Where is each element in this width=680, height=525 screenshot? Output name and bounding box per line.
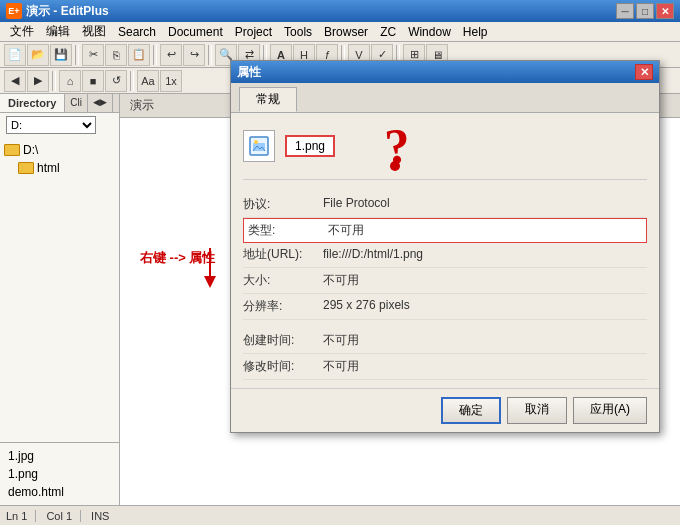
prop-size: 大小: 不可用 xyxy=(243,268,647,294)
prop-created-label: 创建时间: xyxy=(243,332,323,349)
image-file-icon xyxy=(248,135,270,157)
file-header: 1.png ? xyxy=(243,121,647,180)
prop-created-value: 不可用 xyxy=(323,332,359,349)
filename-text: 1.png xyxy=(295,139,325,153)
prop-modified: 修改时间: 不可用 xyxy=(243,354,647,380)
prop-created: 创建时间: 不可用 xyxy=(243,328,647,354)
prop-modified-label: 修改时间: xyxy=(243,358,323,375)
prop-url: 地址(URL): file:///D:/html/1.png xyxy=(243,243,647,268)
prop-size-label: 大小: xyxy=(243,272,323,289)
prop-protocol: 协议: File Protocol xyxy=(243,192,647,218)
dialog-close-button[interactable]: ✕ xyxy=(635,64,653,80)
dialog-title: 属性 xyxy=(237,64,261,81)
prop-url-label: 地址(URL): xyxy=(243,247,323,263)
svg-point-4 xyxy=(254,140,258,144)
question-mark: ? xyxy=(383,120,412,172)
prop-resolution: 分辨率: 295 x 276 pixels xyxy=(243,294,647,320)
apply-button[interactable]: 应用(A) xyxy=(573,397,647,424)
prop-type: 类型: 不可用 xyxy=(243,218,647,243)
properties-dialog: 属性 ✕ 常规 1.png xyxy=(230,60,660,433)
spacer xyxy=(243,320,647,328)
prop-type-label: 类型: xyxy=(248,222,328,239)
prop-modified-value: 不可用 xyxy=(323,358,359,375)
dialog-overlay: 属性 ✕ 常规 1.png xyxy=(0,0,680,525)
prop-resolution-value: 295 x 276 pixels xyxy=(323,298,410,312)
dialog-footer: 确定 取消 应用(A) xyxy=(231,388,659,432)
cancel-button[interactable]: 取消 xyxy=(507,397,567,424)
properties-list: 协议: File Protocol 类型: 不可用 地址(URL): file:… xyxy=(243,192,647,380)
prop-protocol-value: File Protocol xyxy=(323,196,390,210)
filename-box: 1.png xyxy=(285,135,335,157)
dialog-controls: ✕ xyxy=(635,64,653,80)
svg-rect-3 xyxy=(253,143,265,151)
file-type-icon xyxy=(243,130,275,162)
ok-button[interactable]: 确定 xyxy=(441,397,501,424)
prop-type-value: 不可用 xyxy=(328,222,364,239)
dialog-body: 1.png ? 协议: File Protocol 类型: 不可用 xyxy=(231,113,659,388)
prop-resolution-label: 分辨率: xyxy=(243,298,323,315)
dialog-tab-general[interactable]: 常规 xyxy=(239,87,297,112)
prop-size-value: 不可用 xyxy=(323,272,359,289)
dialog-tabs: 常规 xyxy=(231,83,659,113)
dialog-title-bar: 属性 ✕ xyxy=(231,61,659,83)
prop-protocol-label: 协议: xyxy=(243,196,323,213)
prop-url-value: file:///D:/html/1.png xyxy=(323,247,423,261)
